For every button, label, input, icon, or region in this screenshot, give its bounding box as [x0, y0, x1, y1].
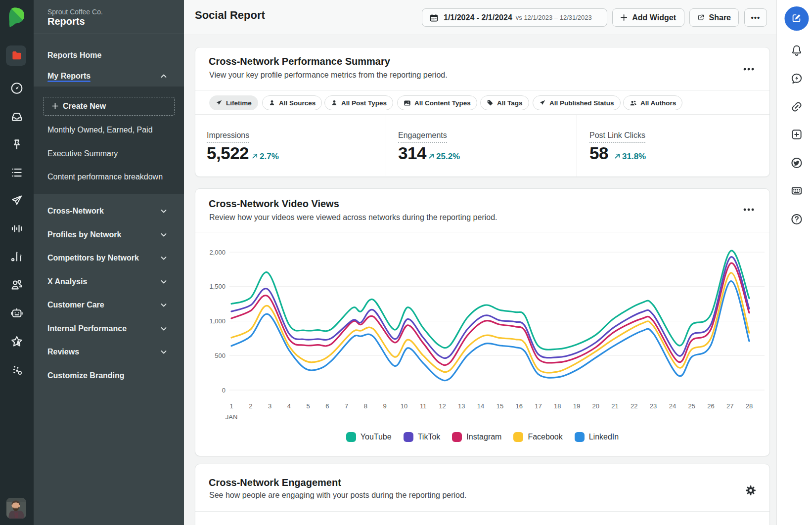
- svg-text:9: 9: [383, 402, 387, 410]
- svg-text:500: 500: [215, 352, 226, 359]
- svg-text:13: 13: [458, 402, 465, 410]
- svg-text:26: 26: [707, 402, 714, 410]
- svg-text:2,000: 2,000: [209, 249, 226, 256]
- svg-text:24: 24: [669, 402, 676, 410]
- svg-text:1: 1: [229, 402, 233, 410]
- svg-text:0: 0: [222, 387, 226, 394]
- svg-text:17: 17: [535, 402, 541, 410]
- svg-text:7: 7: [345, 402, 348, 410]
- svg-text:8: 8: [364, 402, 367, 410]
- svg-text:16: 16: [515, 402, 522, 410]
- svg-text:14: 14: [477, 402, 484, 410]
- svg-text:19: 19: [573, 402, 580, 410]
- svg-text:28: 28: [746, 402, 753, 410]
- svg-text:3: 3: [268, 402, 271, 410]
- svg-text:15: 15: [496, 402, 503, 410]
- svg-text:18: 18: [554, 402, 561, 410]
- svg-text:25: 25: [688, 402, 695, 410]
- svg-text:1,000: 1,000: [209, 317, 226, 325]
- svg-text:6: 6: [325, 402, 329, 410]
- svg-text:11: 11: [420, 402, 427, 410]
- svg-text:4: 4: [287, 402, 291, 410]
- svg-text:27: 27: [726, 402, 733, 410]
- svg-text:23: 23: [650, 402, 657, 410]
- svg-text:2: 2: [249, 402, 252, 410]
- svg-text:JAN: JAN: [226, 413, 238, 421]
- svg-text:5: 5: [306, 402, 310, 410]
- svg-text:21: 21: [611, 402, 618, 410]
- svg-text:1,500: 1,500: [209, 283, 226, 290]
- svg-text:12: 12: [439, 402, 446, 410]
- svg-text:20: 20: [592, 402, 599, 410]
- svg-text:22: 22: [631, 402, 637, 410]
- svg-text:10: 10: [401, 402, 407, 410]
